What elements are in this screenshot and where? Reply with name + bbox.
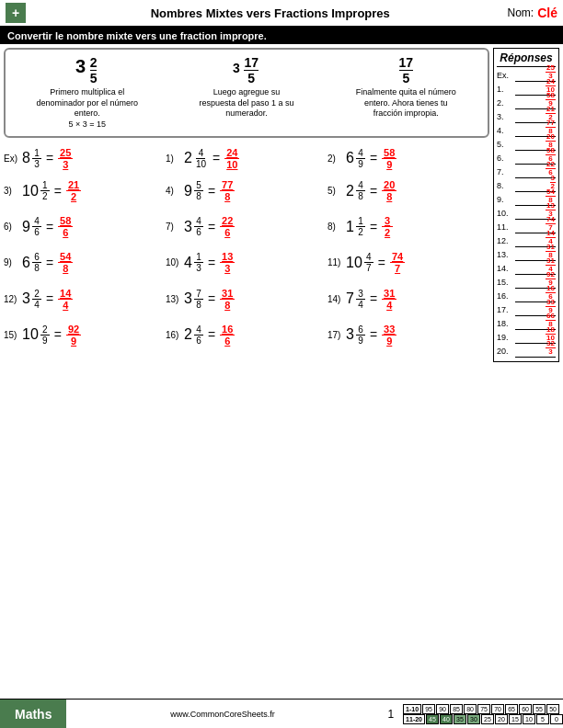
step1-text: Primero multiplica eldenominador por el …: [11, 87, 163, 131]
step1-whole: 3: [75, 56, 86, 76]
footer-page: 1: [378, 708, 403, 721]
example-row: Ex) 8 1 3 = 25 3 1) 2: [4, 145, 489, 172]
step-1: 3 2 5 Primero multiplica eldenominador p…: [11, 55, 163, 131]
page-title: Nombres Mixtes vers Fractions Impropres: [33, 6, 508, 20]
header: + Nombres Mixtes vers Fractions Impropre…: [0, 0, 563, 28]
content-area: 3 2 5 Primero multiplica eldenominador p…: [4, 48, 493, 362]
example-frac: 1 3: [32, 148, 41, 169]
answer-7: 7.226: [497, 165, 556, 178]
problem-1-slot: 1) 2 4 10 = 24 10: [166, 145, 327, 172]
example-mixed: 8 1 3: [22, 148, 41, 169]
footer-url: www.CommonCoreSheets.fr: [66, 710, 378, 719]
step1-frac: 2 5: [90, 55, 98, 85]
step3-text: Finalmente quita el númeroentero. Ahora …: [330, 87, 482, 119]
nom-label: Nom:: [508, 6, 534, 19]
footer-scores: 1-10 95 90 85 80 75 70 65 60 55 50 11-20…: [403, 704, 563, 724]
step3-frac: 17 5: [399, 55, 414, 85]
step2-text: Luego agregue surespuesta del paso 1 a s…: [170, 87, 322, 119]
problem-row-151617: 15) 10 2 9 = 92 9 16) 2: [4, 322, 489, 348]
problem-row-121314: 12) 3 2 4 = 14 4 13) 3: [4, 286, 489, 313]
sub-header: Convertir le nombre mixte vers une fract…: [0, 28, 563, 44]
problem-2-slot: 2) 6 4 9 = 58 9: [327, 145, 489, 172]
problem-row-345: 3) 10 1 2 = 21 2 4) 9: [4, 177, 489, 204]
instruction-box: 3 2 5 Primero multiplica eldenominador p…: [4, 48, 489, 138]
step-3: 17 5 Finalmente quita el númeroentero. A…: [330, 55, 482, 119]
problem-row-91011: 9) 6 6 8 = 54 8 10) 4: [4, 249, 489, 276]
cle-value: Clé: [537, 6, 557, 20]
footer-maths-label: Maths: [0, 700, 66, 728]
step2-frac: 17 5: [244, 55, 259, 85]
problem-row-678: 6) 9 4 6 = 58 6 7) 3: [4, 213, 489, 240]
example-label: Ex): [4, 154, 18, 164]
example-answer: 25 3: [58, 147, 73, 170]
answers-sidebar: Réponses Ex. 25 3 1.2410 2.589 3.212 4.7…: [493, 48, 559, 362]
footer: Maths www.CommonCoreSheets.fr 1 1-10 95 …: [0, 699, 563, 728]
example-problem: Ex) 8 1 3 = 25 3: [4, 145, 166, 172]
step2-whole: 3: [233, 61, 240, 75]
answer-20: 20.323: [497, 345, 556, 358]
step-2: 3 17 5 Luego agregue surespuesta del pas…: [170, 55, 322, 119]
logo-icon: +: [6, 3, 26, 23]
example-whole: 8: [22, 150, 30, 166]
